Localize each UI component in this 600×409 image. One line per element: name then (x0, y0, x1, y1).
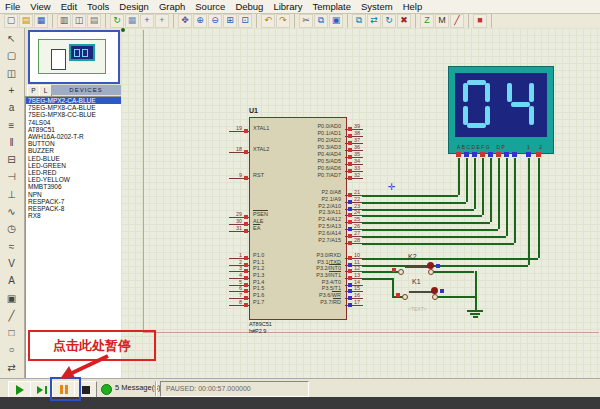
instrument-icon[interactable]: ▣ (3, 291, 20, 306)
message-count[interactable]: 5 Message(s) (115, 383, 160, 392)
subcircuit-icon[interactable]: ⊟ (3, 152, 20, 167)
new-icon[interactable]: ▢ (4, 14, 18, 28)
block-copy-icon[interactable]: ⧉ (352, 14, 366, 28)
switch-actuator[interactable] (427, 262, 434, 269)
device-item[interactable]: 74LS04 (26, 119, 121, 126)
block-delete-icon[interactable]: ✖ (397, 14, 411, 28)
zoom-in-icon[interactable]: ⊕ (193, 14, 207, 28)
switch-terminal[interactable] (432, 294, 438, 300)
block-rotate-icon[interactable]: ↻ (382, 14, 396, 28)
device-item[interactable]: RESPACK-7 (26, 198, 121, 205)
undo-icon[interactable]: ↶ (261, 14, 275, 28)
switch-terminal[interactable] (398, 269, 404, 275)
circle-icon[interactable]: ○ (3, 342, 20, 357)
netlist-ares-icon[interactable]: ■ (473, 14, 487, 28)
menu-source[interactable]: Source (190, 0, 230, 13)
selection-icon[interactable]: ▢ (3, 48, 20, 63)
device-item[interactable]: RESPACK-8 (26, 205, 121, 212)
block-move-icon[interactable]: ⇄ (367, 14, 381, 28)
copy-icon[interactable]: ⧉ (314, 14, 328, 28)
switch-terminal[interactable] (402, 294, 408, 300)
mirror-icon[interactable]: ⇄ (3, 360, 20, 375)
switch-k1[interactable] (409, 291, 433, 293)
cut-icon[interactable]: ✂ (299, 14, 313, 28)
cursor-icon[interactable]: + (155, 14, 169, 28)
graph-icon[interactable]: ∿ (3, 204, 20, 219)
zoom-all-icon[interactable]: ⊞ (223, 14, 237, 28)
menu-design[interactable]: Design (114, 0, 154, 13)
menu-view[interactable]: View (25, 0, 55, 13)
export-graphics-icon[interactable]: ▤ (87, 14, 101, 28)
device-item[interactable]: AWH16A-0202-T-R (26, 133, 121, 140)
wire (362, 258, 538, 260)
wire-label-icon[interactable]: a (3, 100, 20, 115)
switch-k2[interactable] (405, 266, 429, 268)
open-icon[interactable]: ▤ (19, 14, 33, 28)
bus-icon[interactable]: ‖ (3, 135, 20, 150)
device-pin-icon[interactable]: ⊥ (3, 187, 20, 202)
line-icon[interactable]: ╱ (3, 308, 20, 323)
menu-library[interactable]: Library (268, 0, 307, 13)
schematic-canvas[interactable]: U1 AT89C51 h#P2.9 XTAL1XTAL2RSTPSENALEEA… (121, 28, 600, 378)
device-item[interactable]: MMBT3906 (26, 183, 121, 190)
device-item[interactable]: BUZZER (26, 147, 121, 154)
menu-template[interactable]: Template (307, 0, 356, 13)
grid-icon[interactable]: ▦ (125, 14, 139, 28)
script-icon[interactable]: ≡ (3, 118, 20, 133)
seven-segment-display[interactable]: ABCDEFG DP 1 2 (448, 66, 554, 154)
pin-number: 30 (226, 218, 242, 224)
zoom-out-icon[interactable]: ⊖ (208, 14, 222, 28)
terminal-icon[interactable]: ⊣ (3, 169, 20, 184)
menu-help[interactable]: Help (398, 0, 428, 13)
play-button[interactable] (8, 381, 31, 398)
toolbar-group: ✂⧉▣ (299, 14, 348, 28)
device-item[interactable]: 7SEG-MPX8-CA-BLUE (26, 104, 121, 111)
component-icon[interactable]: ◫ (3, 66, 20, 81)
autorouter-icon[interactable]: Z (420, 14, 434, 28)
generator-icon[interactable]: ≈ (3, 239, 20, 254)
menu-system[interactable]: System (356, 0, 398, 13)
print-icon[interactable]: ▥ (57, 14, 71, 28)
device-item[interactable]: NPN (26, 191, 121, 198)
wire (362, 229, 498, 231)
current-probe-icon[interactable]: A (3, 273, 20, 288)
origin-icon[interactable]: + (140, 14, 154, 28)
device-item[interactable]: LED-BLUE (26, 155, 121, 162)
menu-edit[interactable]: Edit (56, 0, 82, 13)
device-item[interactable]: AT89C51 (26, 126, 121, 133)
voltage-probe-icon[interactable]: V (3, 256, 20, 271)
device-item[interactable]: 7SEG-MPX8-CC-BLUE (26, 111, 121, 118)
pan-icon[interactable]: ✥ (178, 14, 192, 28)
mark-output-icon[interactable]: ◫ (72, 14, 86, 28)
tape-icon[interactable]: ◷ (3, 221, 20, 236)
search-tag-icon[interactable]: M (435, 14, 449, 28)
redo-icon[interactable]: ↷ (276, 14, 290, 28)
overview-preview[interactable] (28, 30, 120, 84)
menu-file[interactable]: File (0, 0, 25, 13)
pointer-icon[interactable]: ↖ (3, 31, 20, 46)
switch-actuator[interactable] (431, 287, 438, 294)
menu-tools[interactable]: Tools (82, 0, 114, 13)
box-icon[interactable]: □ (3, 325, 20, 340)
zoom-area-icon[interactable]: ⊡ (238, 14, 252, 28)
redraw-icon[interactable]: ↻ (110, 14, 124, 28)
device-item[interactable]: LED-RED (26, 169, 121, 176)
pin-state-indicator (392, 268, 396, 272)
paste-icon[interactable]: ▣ (329, 14, 343, 28)
pin-name-label: P3.2/INT0 (253, 265, 341, 271)
save-icon[interactable]: ▦ (34, 14, 48, 28)
menu-graph[interactable]: Graph (154, 0, 190, 13)
display-digit (463, 80, 490, 128)
step-icon-bar (45, 386, 47, 394)
device-item[interactable]: LED-GREEN (26, 162, 121, 169)
device-item[interactable]: LED-YELLOW (26, 176, 121, 183)
property-assign-icon[interactable]: ╱ (450, 14, 464, 28)
switch-terminal[interactable] (428, 269, 434, 275)
menu-debug[interactable]: Debug (230, 0, 268, 13)
pin-state-indicator (348, 134, 352, 138)
device-item[interactable]: 7SEG-MPX2-CA-BLUE (26, 97, 121, 104)
junction-icon[interactable]: + (3, 83, 20, 98)
wire (538, 158, 540, 258)
device-item[interactable]: RX8 (26, 212, 121, 219)
device-item[interactable]: BUTTON (26, 140, 121, 147)
